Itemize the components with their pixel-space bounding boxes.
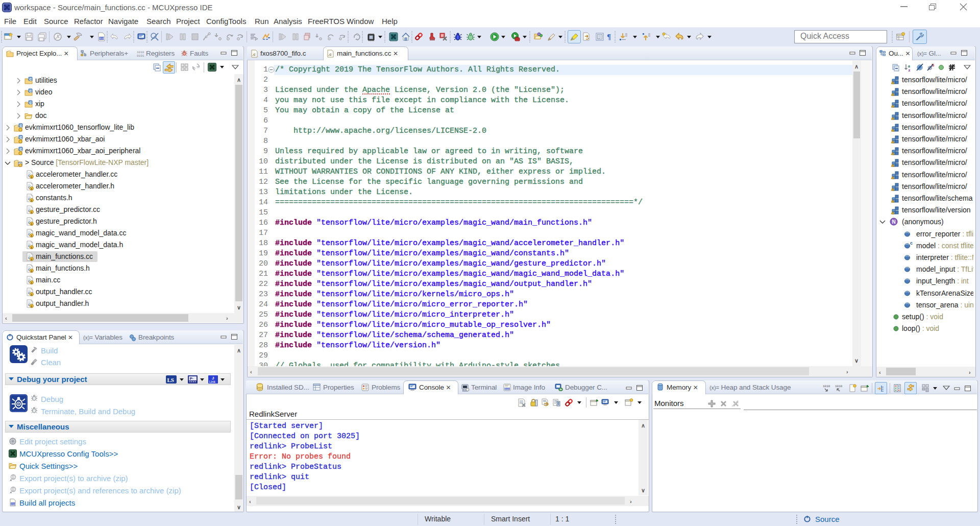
svg-text:¶: ¶ bbox=[607, 33, 611, 41]
svg-text:.c: .c bbox=[328, 52, 332, 57]
svg-text:P·: P· bbox=[190, 376, 194, 381]
svg-text:C: C bbox=[30, 78, 32, 81]
svg-text:010: 010 bbox=[11, 503, 16, 506]
svg-text:010: 010 bbox=[100, 37, 105, 40]
svg-text:1010: 1010 bbox=[835, 385, 843, 388]
svg-text:z: z bbox=[909, 67, 911, 71]
svg-text:1010: 1010 bbox=[823, 385, 830, 388]
svg-text:C: C bbox=[20, 136, 22, 139]
svg-text:C: C bbox=[20, 124, 22, 128]
svg-text:LS: LS bbox=[167, 377, 174, 383]
svg-text:.c: .c bbox=[252, 52, 256, 57]
svg-text:Link: Link bbox=[209, 380, 216, 384]
svg-text:0101: 0101 bbox=[137, 54, 144, 57]
svg-text:010: 010 bbox=[505, 388, 509, 390]
svg-text:N: N bbox=[892, 219, 896, 225]
svg-text:C: C bbox=[20, 148, 22, 151]
svg-text:1010: 1010 bbox=[137, 51, 144, 54]
svg-text:C: C bbox=[30, 89, 32, 93]
svg-text:C: C bbox=[30, 101, 32, 105]
